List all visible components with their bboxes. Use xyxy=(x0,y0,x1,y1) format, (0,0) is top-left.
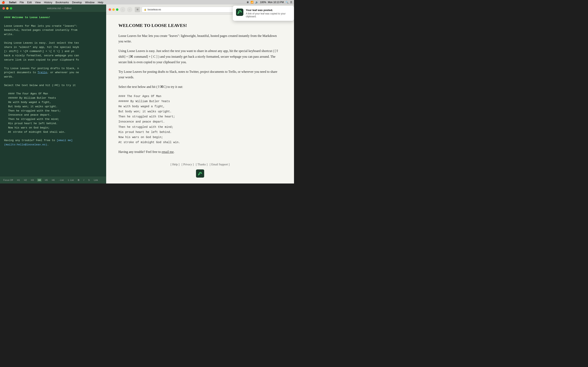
email-period: . xyxy=(174,150,174,154)
editor-code-line: Then he struggled with the mind; xyxy=(8,117,102,122)
editor-line-heading: #### Welcome to Loose Leaves! xyxy=(4,16,102,20)
editor-code-line: Now his wars on God begin; xyxy=(8,126,102,130)
menu-bar-volume-icon: 🔊 xyxy=(255,1,258,4)
editor-code-block: #### The Four Ages Of Man ###### By Will… xyxy=(4,92,102,134)
page-title: WELCOME TO LOOSE LEAVES! xyxy=(118,23,282,28)
toolbar-h3[interactable]: H3 xyxy=(30,178,35,182)
footer-thanks-link[interactable]: [ Thanks ] xyxy=(196,163,208,166)
toolbar-h4[interactable]: H4 xyxy=(37,178,42,182)
menu-help[interactable]: Help xyxy=(98,1,103,4)
page-paragraph-2: Using Loose Leaves is easy. Just select … xyxy=(118,48,282,65)
menu-bar-wifi-icon: 📶 xyxy=(251,1,254,4)
notification-title: Your leaf was posted. xyxy=(246,8,291,12)
notification-content: Your leaf was posted. A link of your lea… xyxy=(246,8,291,18)
toolbar-bold[interactable]: B xyxy=(77,178,80,182)
editor-line: share in *almost* any app, hit the speci… xyxy=(4,45,102,50)
browser-panel: ‹ › ⊞ 🔒 looseleav.es ⬆ ↔ ☰ ⋯ WELCOME TO … xyxy=(106,4,294,184)
browser-traffic-lights xyxy=(109,8,118,11)
menu-bar-left: 🍎 Safari File Edit View History Bookmark… xyxy=(2,1,103,4)
editor-code-line: Then he struggled with the heart; xyxy=(8,109,102,113)
footer-privacy-link[interactable]: [ Privacy ] xyxy=(182,163,194,166)
code-line-7: Then he struggled with the mind; xyxy=(118,125,282,130)
svg-rect-0 xyxy=(197,171,203,176)
toolbar-h2[interactable]: H2 xyxy=(23,178,28,182)
menu-bar-time: Mon 10:13 PM xyxy=(268,1,284,4)
menu-view[interactable]: View xyxy=(35,1,41,4)
editor-line: Using Loose Leaves is easy. Just select … xyxy=(4,41,102,45)
menu-bar-battery: 100% xyxy=(260,1,266,4)
menu-bookmarks[interactable]: Bookmarks xyxy=(56,1,69,4)
browser-back-button[interactable]: ‹ xyxy=(120,7,125,12)
editor-code-line: He with body waged a fight, xyxy=(8,100,102,105)
editor-line: Having any trouble? Feel free to [email … xyxy=(4,138,102,143)
editor-maximize-button[interactable] xyxy=(10,7,12,9)
notification-icon xyxy=(236,8,243,16)
editor-code-line: #### The Four Ages Of Man xyxy=(8,92,102,96)
toolbar-h5[interactable]: H5 xyxy=(44,178,49,182)
editor-content[interactable]: #### Welcome to Loose Leaves! Loose Leav… xyxy=(0,12,106,176)
editor-line: project documents to Trello, or wherever… xyxy=(4,71,102,75)
footer-email-support-link[interactable]: [ Email Support ] xyxy=(210,163,230,166)
toolbar-ordered-list[interactable]: 1. List xyxy=(67,178,75,182)
page-paragraph-4: Select the text below and hit (⇧⌘C) to t… xyxy=(118,84,282,90)
apple-menu[interactable]: 🍎 xyxy=(2,1,5,4)
menu-bar-right: 🖥 📶 🔊 100% Mon 10:13 PM 🔍 ☰ xyxy=(246,1,292,4)
code-line-6: Innocence and peace depart. xyxy=(118,119,282,124)
editor-line: [⇧ shift] + \[⌘ command\] + \[ C \] ) an… xyxy=(4,49,102,54)
toolbar-italic[interactable]: I xyxy=(83,178,85,182)
toolbar-link[interactable]: Link xyxy=(93,178,99,182)
editor-minimize-button[interactable] xyxy=(6,7,9,9)
page-paragraph-3: Try Loose Leaves for posting drafts to S… xyxy=(118,69,282,80)
code-line-5: Then he struggled with the heart; xyxy=(118,114,282,119)
code-line-3: He with body waged a fight, xyxy=(118,104,282,109)
editor-toolbar: Focus Off H1 H2 H3 H4 H5 H6 - List 1. Li… xyxy=(0,176,106,184)
toolbar-h1[interactable]: H1 xyxy=(16,178,21,182)
editor-title: welcome.md — Edited xyxy=(15,7,104,10)
toolbar-focus-off[interactable]: Focus Off xyxy=(2,178,14,182)
editor-line: write. xyxy=(4,33,102,37)
toolbar-strikethrough[interactable]: S xyxy=(87,178,90,182)
editor-close-button[interactable] xyxy=(2,7,5,9)
menu-bar-search-icon[interactable]: 🔍 xyxy=(285,1,288,4)
lock-icon: 🔒 xyxy=(144,8,146,11)
editor-line: back a nicely formatted, secure webpage … xyxy=(4,54,102,58)
browser-close-button[interactable] xyxy=(109,8,111,11)
editor-line: (mailto:hello@looseleav.es). xyxy=(4,143,102,147)
menu-safari[interactable]: Safari xyxy=(9,1,16,4)
editor-titlebar: welcome.md — Edited xyxy=(0,4,106,12)
menu-edit[interactable]: Edit xyxy=(27,1,32,4)
editor-code-line: Innocence and peace depart. xyxy=(8,113,102,117)
editor-code-line: At stroke of midnight God shall win. xyxy=(8,130,102,134)
code-line-2: ###### By William Butler Yeats xyxy=(118,99,282,104)
toolbar-list[interactable]: - List xyxy=(58,178,65,182)
browser-layout-button[interactable]: ⊞ xyxy=(135,7,140,12)
page-footer: [ Help ] [ Privacy ] [ Thanks ] [ Email … xyxy=(118,159,282,178)
browser-minimize-button[interactable] xyxy=(112,8,115,11)
browser-content[interactable]: WELCOME TO LOOSE LEAVES! Loose Leaves fo… xyxy=(106,15,294,184)
browser-maximize-button[interactable] xyxy=(116,8,118,11)
code-line-10: At stroke of midnight God shall win. xyxy=(118,140,282,145)
page-code-block: #### The Four Ages Of Man ###### By Will… xyxy=(118,94,282,145)
footer-help-link[interactable]: [ Help ] xyxy=(171,163,180,166)
url-text: looseleav.es xyxy=(148,8,161,11)
editor-code-line: His proud heart he left behind. xyxy=(8,122,102,126)
menu-file[interactable]: File xyxy=(20,1,24,4)
notification-body: A link of your leaf was copied to your c… xyxy=(246,12,291,18)
editor-line: beautiful, hosted pages created instantl… xyxy=(4,28,102,33)
code-line-8: His proud heart he left behind. xyxy=(118,130,282,135)
page-closing: Having any trouble? Feel free to email m… xyxy=(118,149,282,155)
editor-traffic-lights xyxy=(2,7,12,9)
footer-links: [ Help ] [ Privacy ] [ Thanks ] [ Email … xyxy=(118,163,282,166)
code-line-1: #### The Four Ages Of Man xyxy=(118,94,282,99)
email-link[interactable]: email me xyxy=(162,150,173,154)
code-line-9: Now his wars on God begin; xyxy=(118,135,282,140)
menu-bar-control-center-icon[interactable]: ☰ xyxy=(290,1,292,4)
menu-develop[interactable]: Develop xyxy=(72,1,82,4)
menu-history[interactable]: History xyxy=(44,1,52,4)
menu-window[interactable]: Window xyxy=(85,1,95,4)
editor-line: Try Loose Leaves for posting drafts to S… xyxy=(4,67,102,71)
editor-line: Loose Leaves for Mac lets you create "le… xyxy=(4,24,102,28)
browser-forward-button[interactable]: › xyxy=(127,7,132,12)
toolbar-h6[interactable]: H6 xyxy=(51,178,56,182)
editor-line: secure link is even copied to your clipb… xyxy=(4,58,102,62)
